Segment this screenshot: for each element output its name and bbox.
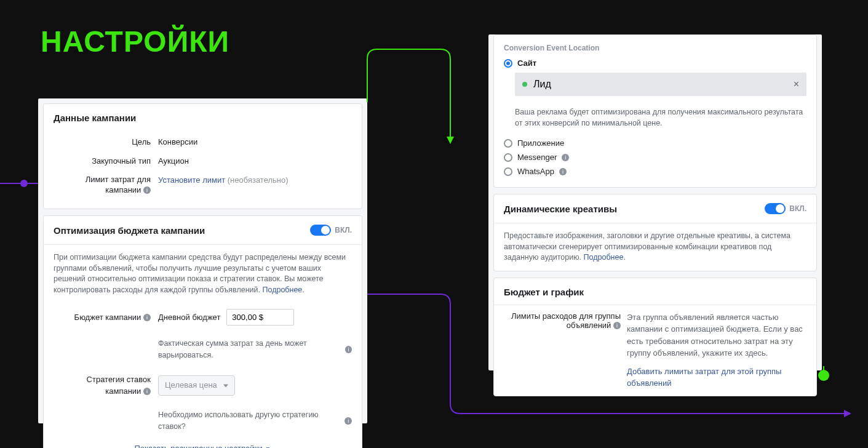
budget-input[interactable] (226, 309, 294, 326)
info-icon[interactable] (559, 168, 567, 175)
info-icon[interactable] (345, 346, 352, 353)
advanced-settings-link[interactable]: Показать расширенные настройки (135, 444, 263, 448)
radio-app-label: Приложение (517, 138, 564, 148)
bid-select[interactable]: Целевая цена (158, 375, 235, 396)
info-icon[interactable] (613, 322, 621, 329)
conversion-title: Conversion Event Location (494, 35, 816, 57)
add-limits-link[interactable]: Добавить лимиты затрат для этой группы о… (627, 367, 781, 388)
bid-select-value: Целевая цена (165, 380, 217, 391)
campaign-data-card: Данные кампании Цель Конверсии Закупочны… (43, 103, 362, 209)
learn-more-link[interactable]: Подробнее (584, 253, 624, 262)
buytype-value: Аукцион (158, 156, 352, 167)
close-icon[interactable]: × (794, 79, 799, 90)
svg-point-1 (20, 180, 28, 187)
page-title: НАСТРОЙКИ (41, 25, 229, 58)
bid-label: Стратегия ставок кампании (87, 375, 151, 396)
budget-note: Фактическая сумма затрат за день может в… (158, 338, 343, 360)
svg-point-5 (818, 370, 829, 381)
radio-whatsapp-label: WhatsApp (517, 167, 554, 176)
radio-icon (504, 139, 512, 148)
connector-line (367, 48, 490, 146)
toggle-on-label: ВКЛ. (335, 226, 352, 234)
goal-value: Конверсии (158, 137, 352, 148)
bid-note: Необходимо использовать другую стратегию… (158, 409, 342, 431)
optional-label: (необязательно) (228, 175, 289, 185)
dynamic-toggle[interactable] (765, 203, 786, 214)
conversion-desc: Ваша реклама будет оптимизирована для по… (494, 102, 816, 137)
toggle-on-label: ВКЛ. (789, 204, 806, 213)
spendlimit-label: Лимит затрат для кампании (86, 175, 151, 194)
campaign-data-header: Данные кампании (44, 104, 362, 130)
info-icon[interactable] (143, 314, 151, 321)
goal-label: Цель (54, 137, 158, 148)
budget-schedule-card: Бюджет и график Лимиты расходов для груп… (493, 278, 817, 396)
radio-whatsapp[interactable]: WhatsApp (494, 166, 816, 185)
radio-icon (504, 167, 512, 176)
budget-opt-desc: При оптимизации бюджета кампании средств… (54, 253, 346, 294)
radio-icon (504, 59, 512, 68)
info-icon[interactable] (143, 186, 151, 194)
event-pill-label: Лид (533, 79, 551, 90)
chevron-down-icon: ▼ (265, 446, 271, 448)
dynamic-header: Динамические креативы (504, 204, 617, 214)
budget-opt-toggle[interactable] (310, 225, 331, 236)
info-icon[interactable] (344, 417, 352, 425)
info-icon[interactable] (143, 388, 151, 395)
buytype-label: Закупочный тип (54, 156, 158, 167)
spend-limits-desc: Эта группа объявлений является частью ка… (627, 313, 803, 358)
learn-more-link[interactable]: Подробнее (262, 286, 302, 294)
dynamic-desc: Предоставьте изображения, заголовки и др… (504, 231, 790, 262)
settings-panel-left: Данные кампании Цель Конверсии Закупочны… (38, 98, 367, 423)
event-pill[interactable]: Лид × (515, 73, 806, 96)
budget-type: Дневной бюджет (158, 312, 220, 324)
radio-site[interactable]: Сайт (494, 57, 816, 69)
radio-messenger[interactable]: Messenger (494, 151, 816, 163)
settings-panel-right: Conversion Event Location Сайт Лид × Ваш… (488, 34, 822, 370)
status-dot-icon (522, 82, 527, 87)
radio-site-label: Сайт (517, 58, 536, 68)
set-limit-link[interactable]: Установите лимит (158, 175, 225, 185)
chevron-down-icon (223, 384, 228, 387)
dynamic-creatives-card: Динамические креативы ВКЛ. Предоставьте … (493, 194, 817, 271)
conversion-card: Conversion Event Location Сайт Лид × Ваш… (493, 34, 817, 188)
budget-schedule-header: Бюджет и график (494, 278, 816, 305)
spend-limits-label: Лимиты расходов для группы объявлений (511, 311, 621, 330)
radio-app[interactable]: Приложение (494, 137, 816, 149)
svg-marker-3 (844, 410, 851, 417)
budget-opt-header: Оптимизация бюджета кампании (54, 225, 205, 236)
info-icon[interactable] (562, 154, 569, 161)
connector-line (0, 179, 38, 188)
budget-label: Бюджет кампании (74, 313, 141, 322)
radio-icon (504, 153, 512, 162)
radio-messenger-label: Messenger (517, 153, 557, 162)
budget-opt-card: Оптимизация бюджета кампании ВКЛ. При оп… (43, 215, 362, 448)
svg-marker-2 (447, 137, 454, 144)
